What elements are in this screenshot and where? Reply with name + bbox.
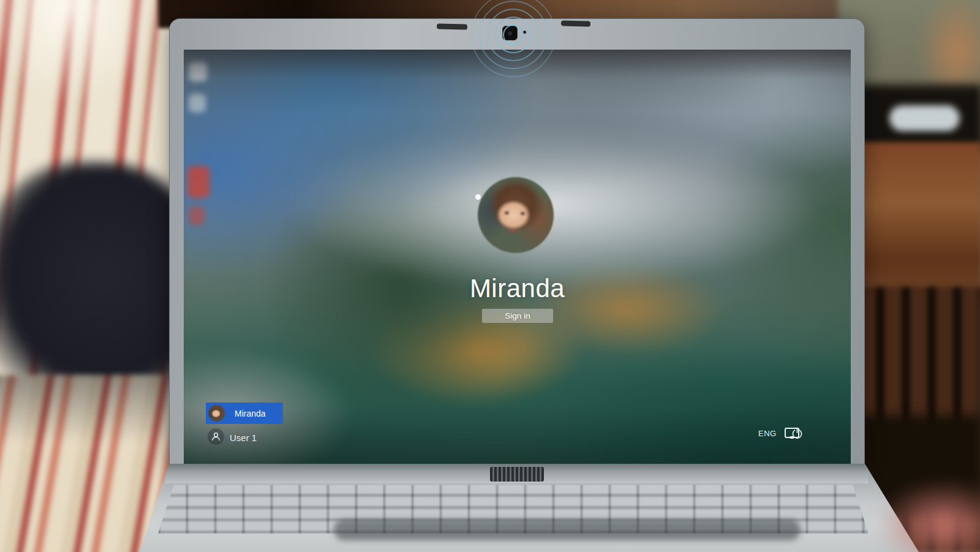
status-tray: ENG: [758, 426, 791, 440]
bezel-slot: [561, 20, 590, 26]
user-tile-avatar: [208, 405, 225, 422]
wood-furniture-background: [850, 142, 980, 304]
user-tile-miranda[interactable]: Miranda: [206, 403, 283, 424]
striped-pillow-background: [0, 375, 172, 552]
user-avatar: [478, 177, 554, 253]
sign-in-button[interactable]: Sign in: [482, 309, 553, 323]
sign-in-panel: Miranda Sign in Miranda User 1: [184, 50, 851, 465]
language-indicator[interactable]: ENG: [758, 429, 777, 438]
highlight-object-background: [889, 105, 960, 131]
avatar-highlight-dot: [475, 194, 481, 200]
user-name: Miranda: [184, 274, 851, 303]
user-row-label: User 1: [230, 426, 257, 448]
login-screen: Miranda Sign in Miranda User 1: [184, 50, 851, 465]
keyboard-shadow-bar: [334, 520, 801, 540]
laptop-lid: Miranda Sign in Miranda User 1: [169, 18, 865, 466]
bezel-slot: [437, 23, 467, 29]
blurred-fabric-corner: [880, 482, 980, 552]
laptop-base: [104, 464, 919, 552]
user-tile-user1[interactable]: User 1: [206, 426, 304, 448]
photo-of-laptop-login: Miranda Sign in Miranda User 1: [0, 0, 980, 552]
hinge-vent-grille: [490, 467, 544, 482]
user-tile-label: Miranda: [235, 403, 266, 424]
person-icon: [208, 428, 224, 445]
